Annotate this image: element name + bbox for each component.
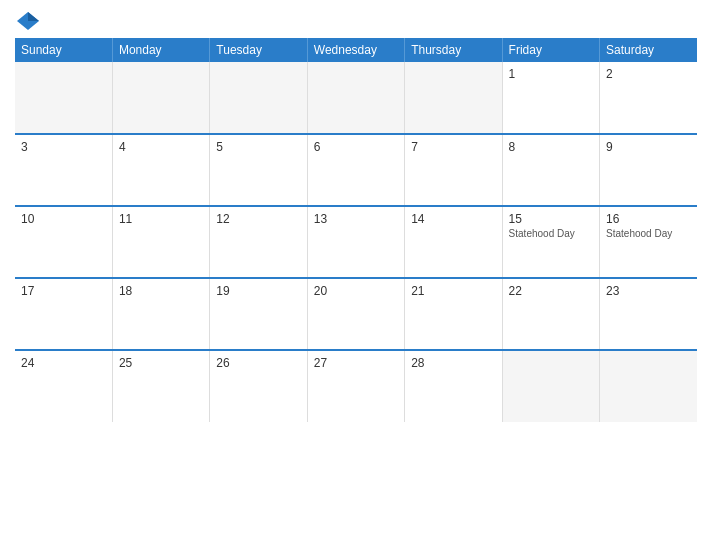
logo-flag-icon [17,10,39,32]
day-number: 26 [216,356,300,370]
calendar-cell: 18 [112,278,209,350]
calendar-cell [307,62,404,134]
calendar-cell: 20 [307,278,404,350]
calendar-cell: 8 [502,134,599,206]
calendar-cell: 28 [405,350,502,422]
calendar-body: 123456789101112131415Statehood Day16Stat… [15,62,697,422]
day-number: 17 [21,284,106,298]
day-number: 22 [509,284,593,298]
day-number: 10 [21,212,106,226]
day-number: 18 [119,284,203,298]
col-thursday: Thursday [405,38,502,62]
day-number: 3 [21,140,106,154]
calendar-header: Sunday Monday Tuesday Wednesday Thursday… [15,38,697,62]
calendar-cell: 2 [600,62,697,134]
calendar-cell: 4 [112,134,209,206]
calendar-cell: 21 [405,278,502,350]
calendar-cell: 24 [15,350,112,422]
calendar-cell: 16Statehood Day [600,206,697,278]
holiday-label: Statehood Day [509,228,593,239]
day-number: 13 [314,212,398,226]
calendar-cell: 3 [15,134,112,206]
calendar-week-row: 3456789 [15,134,697,206]
weekday-row: Sunday Monday Tuesday Wednesday Thursday… [15,38,697,62]
calendar-cell [405,62,502,134]
calendar-cell: 17 [15,278,112,350]
calendar-cell: 7 [405,134,502,206]
col-sunday: Sunday [15,38,112,62]
calendar-cell: 22 [502,278,599,350]
day-number: 5 [216,140,300,154]
day-number: 19 [216,284,300,298]
calendar-cell: 11 [112,206,209,278]
calendar-cell [15,62,112,134]
calendar-cell: 6 [307,134,404,206]
calendar-week-row: 2425262728 [15,350,697,422]
calendar-week-row: 12 [15,62,697,134]
col-friday: Friday [502,38,599,62]
calendar-cell: 12 [210,206,307,278]
calendar-cell: 26 [210,350,307,422]
day-number: 11 [119,212,203,226]
col-tuesday: Tuesday [210,38,307,62]
calendar-cell: 25 [112,350,209,422]
day-number: 20 [314,284,398,298]
day-number: 16 [606,212,691,226]
calendar-cell [112,62,209,134]
day-number: 14 [411,212,495,226]
svg-marker-1 [28,12,39,21]
logo [15,10,41,32]
day-number: 28 [411,356,495,370]
day-number: 12 [216,212,300,226]
calendar-cell: 19 [210,278,307,350]
day-number: 1 [509,67,593,81]
col-saturday: Saturday [600,38,697,62]
day-number: 21 [411,284,495,298]
calendar-cell [502,350,599,422]
calendar-cell: 1 [502,62,599,134]
calendar-cell: 27 [307,350,404,422]
calendar-cell: 15Statehood Day [502,206,599,278]
col-monday: Monday [112,38,209,62]
calendar-cell: 10 [15,206,112,278]
day-number: 24 [21,356,106,370]
calendar-cell [210,62,307,134]
day-number: 27 [314,356,398,370]
day-number: 9 [606,140,691,154]
day-number: 7 [411,140,495,154]
calendar-cell: 23 [600,278,697,350]
day-number: 2 [606,67,691,81]
calendar-week-row: 101112131415Statehood Day16Statehood Day [15,206,697,278]
day-number: 15 [509,212,593,226]
calendar-cell: 13 [307,206,404,278]
day-number: 25 [119,356,203,370]
day-number: 23 [606,284,691,298]
calendar-week-row: 17181920212223 [15,278,697,350]
holiday-label: Statehood Day [606,228,691,239]
calendar-page: Sunday Monday Tuesday Wednesday Thursday… [0,0,712,550]
calendar-cell: 14 [405,206,502,278]
calendar-table: Sunday Monday Tuesday Wednesday Thursday… [15,38,697,422]
day-number: 6 [314,140,398,154]
col-wednesday: Wednesday [307,38,404,62]
header [15,10,697,32]
day-number: 4 [119,140,203,154]
calendar-cell: 5 [210,134,307,206]
calendar-cell [600,350,697,422]
calendar-cell: 9 [600,134,697,206]
day-number: 8 [509,140,593,154]
